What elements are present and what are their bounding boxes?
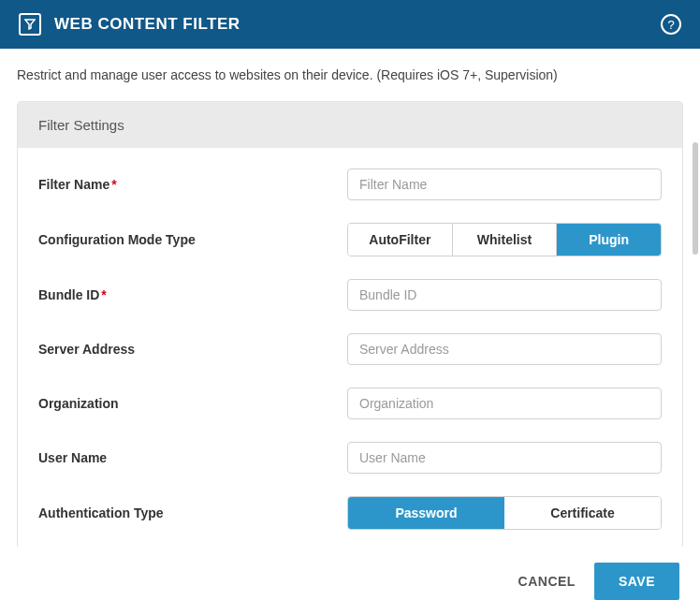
filter-name-row: Filter Name*	[38, 157, 662, 212]
scrollbar[interactable]	[693, 142, 698, 255]
help-icon[interactable]: ?	[661, 14, 681, 35]
organization-input[interactable]	[347, 388, 662, 419]
auth-type-label: Authentication Type	[38, 505, 328, 520]
cancel-button[interactable]: CANCEL	[518, 574, 576, 589]
filter-name-input[interactable]	[347, 168, 662, 200]
config-mode-whitelist[interactable]: Whitelist	[453, 224, 558, 256]
server-address-label: Server Address	[38, 342, 328, 357]
auth-type-certificate[interactable]: Certificate	[504, 497, 661, 529]
config-mode-plugin[interactable]: Plugin	[557, 224, 661, 256]
dialog-header: WEB CONTENT FILTER ?	[0, 0, 700, 49]
server-address-input[interactable]	[347, 333, 662, 365]
config-mode-autofilter[interactable]: AutoFilter	[348, 224, 453, 256]
config-mode-label: Configuration Mode Type	[38, 232, 328, 247]
bundle-id-label: Bundle ID*	[38, 287, 328, 302]
dialog-title: WEB CONTENT FILTER	[54, 15, 648, 34]
auth-type-segmented: Password Certificate	[347, 496, 662, 530]
filter-name-label: Filter Name*	[38, 177, 328, 192]
filter-icon	[19, 13, 41, 36]
save-button[interactable]: SAVE	[594, 563, 679, 600]
server-address-row: Server Address	[38, 322, 662, 376]
dialog-footer: CANCEL SAVE	[0, 547, 700, 615]
organization-row: Organization	[38, 376, 662, 431]
auth-type-password[interactable]: Password	[348, 497, 504, 529]
user-name-input[interactable]	[347, 442, 662, 474]
description-text: Restrict and manage user access to websi…	[0, 49, 700, 101]
config-mode-row: Configuration Mode Type AutoFilter White…	[38, 212, 662, 268]
bundle-id-row: Bundle ID*	[38, 268, 662, 322]
user-name-label: User Name	[38, 450, 328, 465]
organization-label: Organization	[38, 396, 328, 411]
filter-settings-section: Filter Settings Filter Name* Configurati…	[17, 101, 683, 547]
section-title: Filter Settings	[18, 102, 682, 148]
bundle-id-input[interactable]	[347, 279, 662, 311]
auth-type-row: Authentication Type Password Certificate	[38, 485, 662, 541]
password-row: Password	[38, 541, 662, 547]
config-mode-segmented: AutoFilter Whitelist Plugin	[347, 223, 662, 256]
content: Restrict and manage user access to websi…	[0, 49, 700, 547]
user-name-row: User Name	[38, 431, 662, 485]
